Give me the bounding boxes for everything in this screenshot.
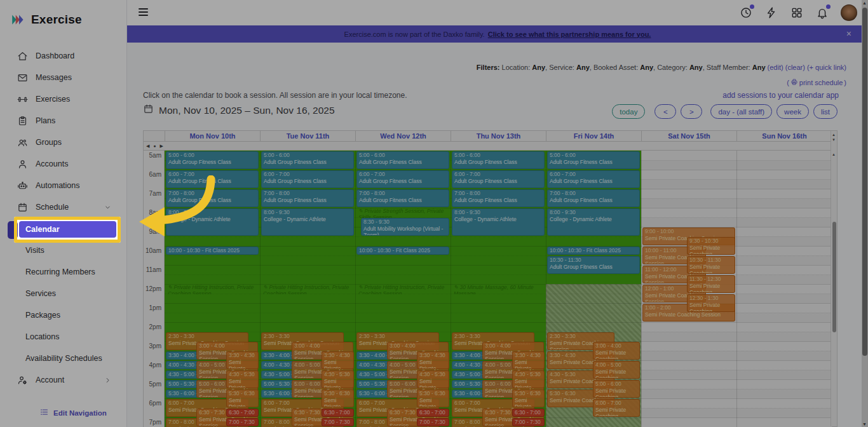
calendar-event[interactable]: 6:00 - 7:00Semi Private Coaching Session [593,399,640,417]
next-button[interactable]: > [681,104,702,119]
calendar-event[interactable]: 6:30 - 7:00 - T... [322,409,354,417]
column-resize-controls[interactable]: ◀ ● ▶ [146,144,165,149]
sidebar-item-groups[interactable]: Groups [0,133,127,152]
calendar-event[interactable]: 4:30 - 5:30Semi Private Coaching [226,370,259,388]
calendar-event[interactable]: 7:00 - 8:00Adult Group Fitness Class [356,189,449,207]
calendar-event[interactable]: 12:30 - 1:30Semi Private Coaching Sessio… [687,294,735,312]
calendar-event[interactable]: 8:00 - 9:30College - Dynamic Athlete [452,208,545,236]
print-schedule-link[interactable]: ( print schedule ) [787,78,846,87]
calendar-event[interactable]: 7:00 - 8:00Adult Group Fitness Class [547,189,640,207]
sidebar-item-availability-schedules[interactable]: Availability Schedules [0,349,127,368]
sidebar-item-automations[interactable]: Automations [0,176,127,195]
calendar-event[interactable]: 6:00 - 7:00Adult Group Fitness Class [261,170,354,188]
calendar-event[interactable]: 9:30 - 10:30Semi Private Coaching Sessio… [687,237,735,255]
calendar-event[interactable]: 5:00 - 6:00Adult Group Fitness Class [261,151,354,169]
calendar-scrollbar-thumb[interactable] [832,222,836,332]
day-view-button[interactable]: day - (all staff) [710,104,772,119]
page-scrollbar-thumb[interactable] [862,8,867,356]
edit-navigation-link[interactable]: Edit Navigation [39,407,107,418]
sidebar-item-messages[interactable]: Messages [0,68,127,87]
calendar-event[interactable]: 3:30 - 4:30Semi Private Coaching [322,351,354,369]
add-sessions-link[interactable]: add sessions to your calendar app [722,91,839,100]
sidebar-item-visits[interactable]: Visits [0,241,127,260]
calendar-event[interactable]: 5:00 - 6:00Semi Private Coaching Session [593,380,640,398]
history-clock-button[interactable] [740,6,752,19]
sidebar-item-calendar[interactable]: Calendar [19,221,116,238]
calendar-event[interactable]: 7:00 - 8:00Adult Group Fitness Class [261,189,354,207]
calendar-event[interactable]: 8:00 - 9:30College - Dynamic Athlete [261,208,354,236]
scroll-up-icon[interactable]: ▲ [832,133,836,137]
calendar-event[interactable]: 11:30 - 12:30Semi Private Coaching Sessi… [687,275,735,293]
calendar-event[interactable]: 6:00 - 7:00Adult Group Fitness Class [166,170,259,188]
prev-button[interactable]: < [654,104,676,119]
calendar-event[interactable]: 7:00 - 7:30 - T... [512,418,545,426]
notifications-bell-button[interactable] [816,6,829,19]
sidebar-item-accounts[interactable]: Accounts [0,154,127,173]
filter-link-quick-link[interactable]: (+ quick link) [807,64,846,71]
list-view-button[interactable]: list [813,104,837,119]
page-scroll-down-icon[interactable]: ▼ [862,422,867,426]
page-scrollbar[interactable]: ▲ ▼ [862,0,868,427]
scroll-down-icon[interactable]: ▼ [832,138,836,142]
sidebar-item-services[interactable]: Services [0,284,127,303]
calendar-event[interactable]: 5:00 - 6:00Adult Group Fitness Class [452,151,545,169]
calendar-event[interactable]: 7:00 - 7:30 - T... [226,418,259,426]
scroll-up2-icon[interactable]: ▲ [832,152,836,156]
calendar-event[interactable]: 6:00 - 7:00Adult Group Fitness Class [452,170,545,188]
sidebar-item-recurring-members[interactable]: Recurring Members [0,262,127,281]
logo[interactable]: Exercise [10,11,82,28]
sidebar-item-exercises[interactable]: Exercises [0,90,127,109]
calendar-event[interactable]: 10:00 - 10:30 - Fit Class 2025 [356,247,449,255]
apps-grid-button[interactable] [790,6,803,19]
calendar-event[interactable]: 5:00 - 6:00Adult Group Fitness Class [356,151,449,169]
sidebar-item-locations[interactable]: Locations [0,327,127,346]
calendar-event[interactable]: 6:00 - 7:00Adult Group Fitness Class [356,170,449,188]
calendar-event[interactable]: 10:30 - 11:30Adult Group Fitness Class [547,256,640,274]
calendar-scrollbar[interactable]: ▲ ▼ ▲ [831,131,837,426]
calendar-event[interactable]: 4:30 - 5:30Semi Private Coaching [322,370,354,388]
calendar-event[interactable]: 8:00 - 9:30College - Dynamic Athlete [547,208,640,236]
calendar-event[interactable]: 6:30 - 7:00 - T... [417,409,449,417]
calendar-event[interactable]: 7:00 - 7:30 - T... [417,418,449,426]
calendar-event[interactable]: 4:30 - 5:30Semi Private Coaching [417,370,449,388]
filter-link-edit[interactable]: (edit) [768,64,783,71]
calendar-event[interactable]: 4:00 - 5:00Semi Private Coaching Session [593,361,640,379]
calendar-event[interactable]: 7:00 - 8:00Adult Group Fitness Class [452,189,545,207]
today-button[interactable]: today [612,104,645,119]
sidebar-item-plans[interactable]: Plans [0,111,127,130]
week-view-button[interactable]: week [776,104,809,119]
hamburger-menu-button[interactable] [139,8,148,18]
calendar-event[interactable]: 3:30 - 4:30Semi Private Coaching [417,351,449,369]
calendar-event[interactable]: 8:00 - 9:30College - Dynamic Athlete [166,208,259,236]
calendar-event[interactable]: 6:30 - 7:00 - T... [226,409,259,417]
calendar-event[interactable]: 5:00 - 6:00Adult Group Fitness Class [166,151,259,169]
lightning-button[interactable] [765,6,778,19]
calendar-event[interactable]: 3:30 - 4:30Semi Private Coaching [512,351,545,369]
calendar-event[interactable]: 5:00 - 6:00Adult Group Fitness Class [547,151,640,169]
calendar-event[interactable]: 5:30 - 6:30Semi Private Coaching [226,390,259,407]
banner-link[interactable]: Click to see what this partnership means… [488,30,651,38]
calendar-event[interactable]: 5:30 - 6:30Semi Private Coaching [417,390,449,407]
calendar-event[interactable]: 5:30 - 6:30Semi Private Coaching [512,390,545,407]
calendar-event[interactable]: 3:30 - 4:30Semi Private Coaching [226,351,259,369]
calendar-event[interactable]: 5:30 - 6:30Semi Private Coaching [322,390,354,407]
calendar-event[interactable]: 3:00 - 4:00Semi Private Coaching Session [593,342,640,360]
calendar-event[interactable]: 8:30 - 9:30Adult Mobility Workshop (Virt… [361,218,449,236]
calendar-event[interactable]: 4:30 - 5:30Semi Private Coaching [512,370,545,388]
close-icon[interactable]: × [846,29,851,39]
sidebar-item-dashboard[interactable]: Dashboard [0,46,127,65]
calendar-event[interactable]: 7:00 - 8:00Adult Group Fitness Class [166,189,259,207]
calendar-event[interactable]: 10:30 - 11:30Semi Private Coaching Sessi… [687,256,735,274]
calendar-event[interactable]: 6:30 - 7:00 - T... [512,409,545,417]
calendar-event[interactable]: 10:00 - 10:30 - Fit Class 2025 [166,247,259,255]
calendar-event[interactable]: 7:00 - 7:30 - T... [322,418,354,426]
page-scroll-up-icon[interactable]: ▲ [862,1,867,5]
calendar-body[interactable]: 5am6am7am8am9am10am11am12pm1pm2pm3pm4pm5… [144,151,832,427]
filter-link-clear[interactable]: (clear) [785,64,805,71]
calendar-event[interactable]: 6:00 - 7:00Adult Group Fitness Class [547,170,640,188]
sidebar-item-account[interactable]: Account [0,370,127,390]
sidebar-item-schedule[interactable]: Schedule [0,198,127,217]
calendar-event[interactable]: 10:00 - 10:30 - Fit Class 2025 [547,247,640,255]
user-avatar[interactable] [841,4,857,21]
sidebar-item-packages[interactable]: Packages [0,306,127,325]
